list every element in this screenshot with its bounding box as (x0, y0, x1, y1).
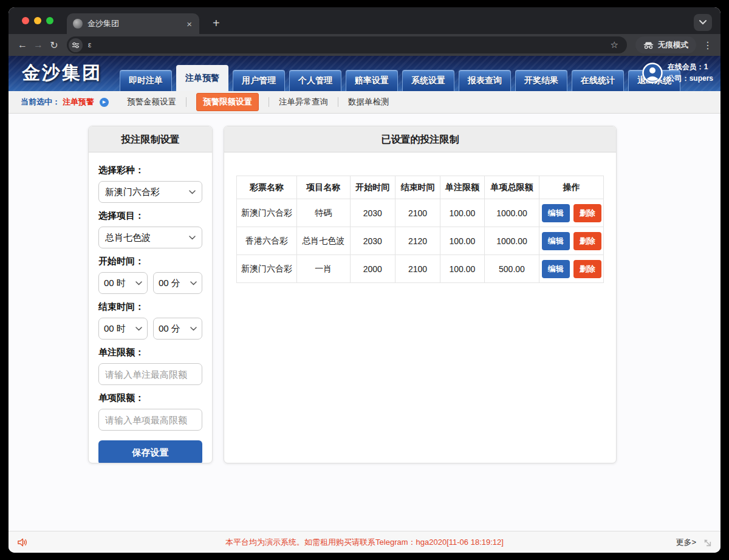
project-select-label: 选择项目： (98, 210, 202, 222)
lottery-select[interactable]: 新澳门六合彩 (98, 181, 202, 203)
cell-lottery: 新澳门六合彩 (237, 255, 297, 283)
delete-button[interactable]: 删除 (573, 204, 601, 222)
edit-button[interactable]: 编辑 (542, 232, 570, 250)
cell-end: 2120 (395, 227, 440, 255)
cell-per-item: 1000.00 (484, 227, 539, 255)
bet-limit-table-panel: 已设置的投注限制 彩票名称 项目名称 开始时间 结束时间 单注限额 (224, 126, 617, 463)
bookmark-star-icon[interactable]: ☆ (611, 39, 618, 50)
subnav-item-data-check[interactable]: 数据单检测 (348, 97, 389, 108)
browser-window: 金沙集团 × + ← → ↻ ε ☆ (9, 7, 720, 553)
edit-button[interactable]: 编辑 (542, 260, 570, 278)
end-time-row: 00 时 00 分 (98, 318, 202, 340)
chevron-down-icon (135, 327, 142, 331)
edit-button[interactable]: 编辑 (542, 204, 570, 222)
zoom-window-button[interactable] (46, 17, 53, 24)
tab-search-button[interactable] (694, 14, 712, 31)
nav-tab-system-settings[interactable]: 系统设置 (402, 70, 454, 91)
table-row: 新澳门六合彩 一肖 2000 2100 100.00 500.00 编辑删除 (237, 255, 604, 283)
tune-icon (72, 41, 80, 49)
tab-strip: 金沙集团 × + (9, 7, 720, 34)
company-name: 公司：supers (668, 73, 713, 84)
end-minute-value: 00 分 (159, 323, 180, 335)
lottery-select-label: 选择彩种： (98, 165, 202, 176)
window-controls (9, 7, 53, 34)
col-project-name: 项目名称 (297, 176, 351, 199)
minimize-window-button[interactable] (34, 17, 41, 24)
sub-nav: 当前选中： 注单预警 ▶ 预警金额设置 预警限额设置 注单异常查询 数据单检测 (9, 91, 720, 114)
end-hour-select[interactable]: 00 时 (98, 318, 148, 340)
table-panel-title: 已设置的投注限制 (224, 126, 616, 152)
footer-bar: 本平台均为演示系统。如需租用购买请联系Telegram：hga2020[11-0… (9, 531, 720, 553)
nav-tab-personal-management[interactable]: 个人管理 (289, 70, 341, 91)
cell-project: 总肖七色波 (297, 227, 351, 255)
reload-icon[interactable]: ↻ (46, 39, 62, 51)
col-per-bet-limit: 单注限额 (440, 176, 484, 199)
form-body: 选择彩种： 新澳门六合彩 选择项目： 总肖七色波 开始时间： 00 时 (89, 152, 212, 463)
nav-tab-online-stats[interactable]: 在线统计 (572, 70, 624, 91)
subnav-item-warning-amount[interactable]: 预警金额设置 (127, 97, 176, 108)
nav-tab-odds-settings[interactable]: 赔率设置 (346, 70, 398, 91)
close-window-button[interactable] (22, 17, 29, 24)
cell-end: 2100 (395, 255, 440, 283)
cell-per-item: 500.00 (484, 255, 539, 283)
table-row: 新澳门六合彩 特碼 2030 2100 100.00 1000.00 编辑删除 (237, 199, 604, 227)
chevron-down-icon (135, 281, 142, 285)
save-settings-button[interactable]: 保存设置 (98, 440, 202, 463)
browser-tab[interactable]: 金沙集团 × (67, 13, 199, 34)
chevron-down-icon (190, 281, 197, 285)
user-stats: 在线会员：1 公司：supers (668, 61, 713, 84)
forward-icon[interactable]: → (30, 39, 46, 50)
table-row: 香港六合彩 总肖七色波 2030 2120 100.00 1000.00 编辑删… (237, 227, 604, 255)
chevron-down-icon (189, 236, 196, 240)
new-tab-button[interactable]: + (209, 16, 224, 34)
browser-menu-icon[interactable]: ⋮ (701, 39, 714, 51)
nav-tab-bet-warning[interactable]: 注单预警 (176, 65, 228, 91)
delete-button[interactable]: 删除 (573, 232, 601, 250)
tab-favicon-icon (73, 19, 83, 29)
project-select[interactable]: 总肖七色波 (98, 227, 202, 248)
col-lottery-name: 彩票名称 (237, 176, 297, 199)
address-bar[interactable]: ε ☆ (67, 36, 627, 53)
start-minute-select[interactable]: 00 分 (153, 272, 202, 294)
start-time-row: 00 时 00 分 (98, 272, 202, 294)
bet-limits-table: 彩票名称 项目名称 开始时间 结束时间 单注限额 单项总限额 操作 新澳门六合彩 (236, 176, 604, 283)
per-item-limit-input[interactable] (98, 409, 202, 431)
per-bet-limit-label: 单注限额： (98, 347, 202, 358)
start-time-label: 开始时间： (98, 256, 202, 267)
current-selection-value: 注单预警 (63, 97, 94, 108)
incognito-badge: 无痕模式 (635, 36, 696, 53)
tab-close-icon[interactable]: × (185, 19, 193, 29)
divider (186, 97, 187, 107)
divider (269, 97, 269, 107)
lottery-select-value: 新澳门六合彩 (105, 186, 160, 198)
nav-tab-instant-bets[interactable]: 即时注单 (120, 70, 172, 91)
delete-button[interactable]: 删除 (573, 260, 601, 278)
nav-tab-user-management[interactable]: 用户管理 (233, 70, 285, 91)
bet-limit-form-panel: 投注限制设置 选择彩种： 新澳门六合彩 选择项目： 总肖七色波 开始时间： 00… (88, 126, 213, 463)
start-hour-select[interactable]: 00 时 (98, 272, 148, 294)
site-settings-button[interactable] (69, 38, 83, 52)
more-link[interactable]: 更多> (676, 537, 696, 548)
nav-tab-report-query[interactable]: 报表查询 (459, 70, 511, 91)
cell-per-bet: 100.00 (440, 199, 484, 227)
collapse-arrow-icon[interactable] (702, 538, 712, 547)
per-bet-limit-input[interactable] (98, 363, 202, 385)
chevron-down-icon (699, 20, 707, 25)
start-minute-value: 00 分 (159, 278, 180, 289)
cell-actions: 编辑删除 (539, 199, 604, 227)
form-panel-title: 投注限制设置 (89, 126, 212, 152)
end-minute-select[interactable]: 00 分 (153, 318, 202, 340)
subnav-item-abnormal-bets[interactable]: 注单异常查询 (279, 97, 328, 108)
url-text[interactable]: ε (88, 41, 611, 49)
cell-actions: 编辑删除 (539, 255, 604, 283)
end-hour-value: 00 时 (104, 323, 126, 335)
cell-lottery: 香港六合彩 (237, 227, 297, 255)
nav-tab-draw-results[interactable]: 开奖结果 (515, 70, 567, 91)
cell-project: 特碼 (297, 199, 351, 227)
app-logo: 金沙集团 (22, 61, 102, 86)
back-icon[interactable]: ← (15, 39, 30, 50)
subnav-item-warning-limit[interactable]: 预警限额设置 (196, 93, 259, 111)
col-start-time: 开始时间 (350, 176, 395, 199)
chevron-down-icon (189, 190, 196, 194)
main-content: 投注限制设置 选择彩种： 新澳门六合彩 选择项目： 总肖七色波 开始时间： 00… (9, 114, 720, 531)
